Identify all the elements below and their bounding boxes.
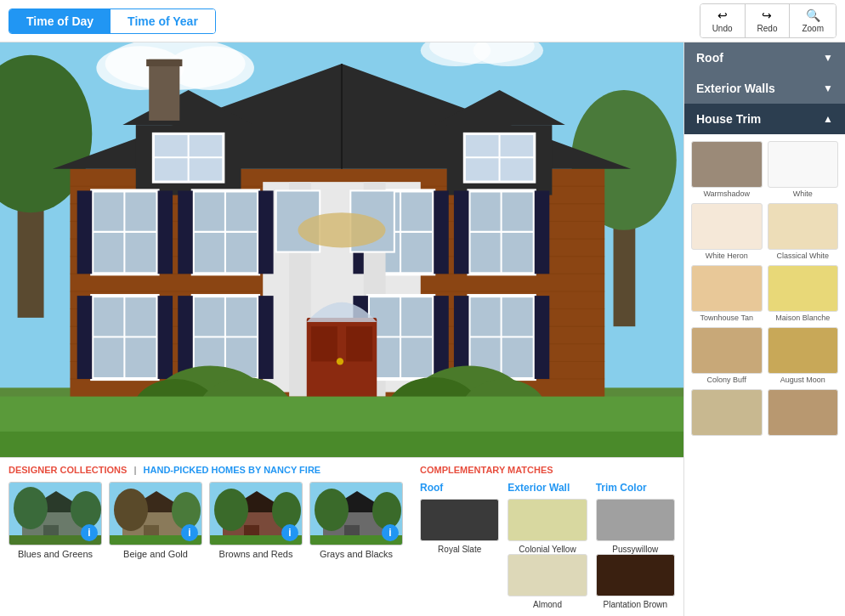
svg-point-116 — [14, 487, 48, 529]
sidebar-section-roof-label: Roof — [696, 51, 723, 65]
info-badge-grays-blacks[interactable]: i — [382, 524, 399, 541]
home-item-blues-greens[interactable]: i Blues and Greens — [9, 482, 102, 559]
comp-col-roof-title: Roof — [420, 482, 499, 494]
right-sidebar: Roof ▼ Exterior Walls ▼ House Trim ▲ War… — [683, 42, 845, 616]
comp-label-almond: Almond — [508, 600, 587, 609]
svg-rect-82 — [178, 296, 193, 379]
comp-title: COMPLEMENTARY MATCHES — [420, 465, 675, 475]
designer-title-sep: | — [133, 465, 136, 475]
house-illustration — [0, 42, 683, 457]
comp-col-exterior-title: Exterior Wall — [508, 482, 587, 494]
svg-rect-99 — [346, 326, 372, 361]
comp-section: COMPLEMENTARY MATCHES Roof Royal Slate E… — [420, 465, 675, 609]
svg-point-123 — [114, 489, 148, 531]
zoom-button[interactable]: 🔍 Zoom — [790, 4, 836, 37]
svg-rect-83 — [258, 296, 274, 379]
swatch-warmshadow[interactable]: Warmshadow — [691, 141, 763, 198]
designer-title: DESIGNER COLLECTIONS | HAND-PICKED HOMES… — [9, 465, 403, 475]
home-label-blues-greens: Blues and Greens — [18, 549, 93, 559]
swatch-white[interactable]: White — [768, 141, 839, 198]
swatch-townhouse-tan[interactable]: Townhouse Tan — [691, 265, 763, 322]
comp-label-pussywillow: Pussywillow — [596, 545, 675, 554]
info-badge-blues-greens[interactable]: i — [81, 524, 98, 541]
home-item-grays-blacks[interactable]: i Grays and Blacks — [309, 482, 403, 559]
tab-time-of-day[interactable]: Time of Day — [9, 9, 111, 33]
swatch-color-9 — [691, 389, 763, 436]
homes-grid: i Blues and Greens — [9, 482, 403, 559]
comp-swatch-almond[interactable] — [508, 554, 587, 596]
swatch-9[interactable] — [691, 389, 763, 438]
swatch-label-white-heron: White Heron — [691, 251, 763, 260]
swatch-color-august-moon — [768, 327, 839, 374]
redo-label: Redo — [757, 24, 778, 33]
swatch-maison-blanche[interactable]: Maison Blanche — [768, 265, 839, 322]
home-item-beige-gold[interactable]: i Beige and Gold — [109, 482, 202, 559]
svg-rect-98 — [311, 326, 337, 361]
home-thumb-blues-greens: i — [9, 482, 102, 545]
comp-label-royal-slate: Royal Slate — [420, 545, 499, 554]
house-image-container[interactable] — [0, 42, 683, 457]
swatch-colony-buff[interactable]: Colony Buff — [691, 327, 763, 384]
swatch-august-moon[interactable]: August Moon — [768, 327, 839, 384]
chevron-down-icon-2: ▼ — [823, 82, 833, 94]
comp-label-colonial-yellow: Colonial Yellow — [508, 545, 587, 554]
undo-button[interactable]: ↩ Undo — [700, 4, 746, 37]
home-item-browns-reds[interactable]: i Browns and Reds — [209, 482, 303, 559]
sidebar-section-roof[interactable]: Roof ▼ — [684, 42, 845, 73]
svg-point-130 — [214, 489, 248, 531]
comp-col-trim: Trim Color Pussywillow Plantation Brown — [596, 482, 675, 609]
main-layout: DESIGNER COLLECTIONS | HAND-PICKED HOMES… — [0, 42, 845, 616]
toolbar-actions: ↩ Undo ↪ Redo 🔍 Zoom — [700, 3, 836, 38]
swatch-color-townhouse-tan — [691, 265, 763, 312]
info-badge-browns-reds[interactable]: i — [281, 524, 298, 541]
swatch-color-colony-buff — [691, 327, 763, 374]
comp-swatch-colonial-yellow[interactable] — [508, 499, 587, 541]
svg-rect-59 — [434, 190, 449, 274]
swatch-label-august-moon: August Moon — [768, 376, 839, 384]
designer-title-main: DESIGNER COLLECTIONS — [9, 465, 127, 475]
home-thumb-browns-reds: i — [209, 482, 303, 545]
svg-point-138 — [372, 492, 401, 529]
undo-icon: ↩ — [717, 8, 728, 22]
svg-rect-53 — [258, 190, 274, 274]
swatch-label-colony-buff: Colony Buff — [691, 376, 763, 384]
svg-rect-47 — [158, 190, 173, 274]
comp-col-trim-title: Trim Color — [596, 482, 675, 494]
comp-swatch-royal-slate[interactable] — [420, 499, 499, 541]
swatch-label-classical-white: Classical White — [768, 251, 839, 260]
comp-swatch-plantation-brown[interactable] — [596, 554, 675, 596]
swatch-color-white — [768, 141, 839, 188]
designer-section: DESIGNER COLLECTIONS | HAND-PICKED HOMES… — [9, 465, 403, 609]
swatch-color-10 — [768, 389, 839, 436]
svg-point-124 — [172, 492, 201, 529]
home-label-grays-blacks: Grays and Blacks — [320, 549, 393, 559]
svg-rect-40 — [149, 59, 179, 121]
swatch-color-classical-white — [768, 203, 839, 250]
sidebar-section-house-trim[interactable]: House Trim ▲ — [684, 104, 845, 134]
zoom-label: Zoom — [802, 24, 824, 33]
swatch-color-maison-blanche — [768, 265, 839, 312]
svg-point-137 — [315, 489, 349, 531]
swatch-white-heron[interactable]: White Heron — [691, 203, 763, 260]
comp-col-roof: Roof Royal Slate — [420, 482, 499, 609]
swatch-label-townhouse-tan: Townhouse Tan — [691, 314, 763, 322]
comp-swatch-pussywillow[interactable] — [596, 499, 675, 541]
color-swatches: Warmshadow White White Heron Classical W… — [684, 134, 845, 444]
redo-icon: ↪ — [762, 8, 772, 22]
tab-time-of-year[interactable]: Time of Year — [111, 9, 215, 33]
swatch-color-warmshadow — [691, 141, 763, 188]
swatch-10[interactable] — [768, 389, 839, 438]
top-bar: Time of Day Time of Year ↩ Undo ↪ Redo 🔍… — [0, 0, 845, 42]
svg-point-117 — [71, 491, 101, 528]
svg-rect-95 — [535, 296, 550, 379]
redo-button[interactable]: ↪ Redo — [746, 4, 791, 37]
swatch-classical-white[interactable]: Classical White — [768, 203, 839, 260]
swatch-label-warmshadow: Warmshadow — [691, 189, 763, 198]
zoom-icon: 🔍 — [806, 8, 820, 22]
svg-rect-77 — [158, 296, 173, 379]
home-label-beige-gold: Beige and Gold — [123, 549, 188, 559]
info-badge-beige-gold[interactable]: i — [181, 524, 198, 541]
chevron-down-icon: ▼ — [823, 52, 833, 64]
sidebar-section-exterior-walls[interactable]: Exterior Walls ▼ — [684, 73, 845, 104]
swatch-color-white-heron — [691, 203, 763, 250]
